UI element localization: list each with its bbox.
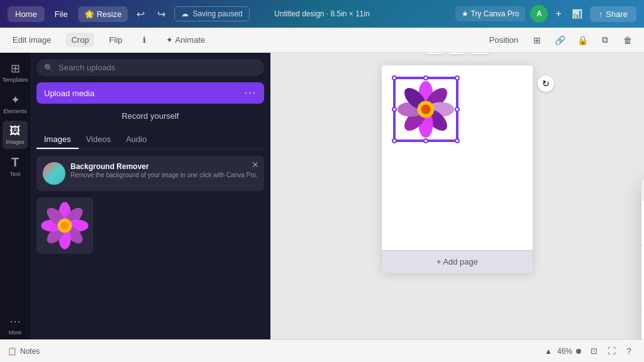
- zoom-dot[interactable]: [576, 349, 581, 354]
- add-team-button[interactable]: +: [553, 7, 564, 21]
- position-label: Position: [489, 35, 518, 45]
- page-view-button[interactable]: ⊡: [586, 344, 601, 359]
- position-button[interactable]: Position: [484, 33, 523, 47]
- edit-image-label: Edit image: [13, 35, 51, 45]
- file-menu[interactable]: File: [50, 6, 73, 22]
- handle-top-right[interactable]: [455, 75, 460, 80]
- more-icon: ⋯: [9, 314, 21, 328]
- bottom-icons: ⊡ ⛶ ?: [586, 344, 636, 359]
- sidebar-item-elements[interactable]: ✦ Elements: [3, 89, 28, 118]
- record-button[interactable]: Record yourself: [36, 107, 264, 124]
- avatar[interactable]: A: [530, 5, 548, 23]
- elements-icon: ✦: [11, 93, 20, 107]
- canvas-handle-bar: 🔒 ⧉ ⛶: [426, 53, 489, 54]
- resize-button[interactable]: 🌟 Resize: [78, 6, 128, 22]
- add-page-bar[interactable]: + Add page: [382, 250, 533, 273]
- sidebar: ⊞ Templates ✦ Elements 🖼 Images T Text ⋯…: [0, 53, 270, 339]
- cloud-icon: ☁: [181, 9, 189, 18]
- undo-button[interactable]: ↩: [133, 6, 148, 23]
- templates-icon: ⊞: [11, 62, 20, 75]
- bg-remover-close[interactable]: ✕: [252, 160, 259, 170]
- sidebar-item-text[interactable]: T Text: [3, 151, 28, 181]
- context-menu-delete[interactable]: 🗑 Delete DELETE: [641, 222, 644, 242]
- lock-button[interactable]: 🔒: [574, 31, 591, 49]
- home-button[interactable]: Home: [8, 6, 45, 22]
- crop-label: Crop: [71, 35, 89, 45]
- tab-audio[interactable]: Audio: [118, 131, 154, 149]
- search-box[interactable]: 🔍: [36, 59, 264, 76]
- notes-button[interactable]: 📋 Notes: [8, 347, 40, 356]
- document-title: Untitled design · 8.5in × 11in: [274, 9, 370, 18]
- edit-image-button[interactable]: Edit image: [8, 33, 56, 47]
- position-group: Position ⊞ 🔗 🔒 ⧉ 🗑: [484, 31, 636, 49]
- handle-mid-right[interactable]: [455, 107, 460, 112]
- bg-remover-text: Background Remover Remove the background…: [70, 162, 258, 179]
- delete-element-button[interactable]: 🗑: [619, 31, 636, 49]
- handle-mid-left[interactable]: [392, 107, 397, 112]
- more-label: More: [9, 329, 22, 336]
- handle-bot-right[interactable]: [455, 138, 460, 143]
- tab-images[interactable]: Images: [36, 131, 79, 149]
- context-menu-comment[interactable]: 💬 Comment: [641, 288, 644, 308]
- zoom-control: 46%: [557, 347, 581, 356]
- context-menu-animate[interactable]: ↻ Animate: [641, 268, 644, 288]
- sidebar-item-images[interactable]: 🖼 Images: [3, 121, 28, 149]
- context-menu: ⧉ Copy Ctrl+C 📋 Paste Ctrl+V 🗑 Delete: [641, 178, 644, 339]
- context-menu-copy[interactable]: ⧉ Copy Ctrl+C: [641, 181, 644, 202]
- analytics-button[interactable]: 📊: [569, 6, 585, 21]
- try-pro-label: Try Canva Pro: [471, 9, 519, 18]
- handle-top-left[interactable]: [392, 75, 397, 80]
- saving-status: ☁ Saving paused: [174, 6, 249, 21]
- context-menu-link[interactable]: 🔗 Link Ctrl+K: [641, 248, 644, 268]
- image-thumbnail[interactable]: [36, 197, 93, 254]
- crop-button[interactable]: Crop: [66, 33, 94, 47]
- redo-button[interactable]: ↪: [153, 6, 169, 23]
- sidebar-icons: ⊞ Templates ✦ Elements 🖼 Images T Text ⋯…: [0, 53, 30, 339]
- align-button[interactable]: ⊞: [528, 31, 546, 49]
- rotate-button[interactable]: ↻: [538, 75, 554, 92]
- lock-handle[interactable]: 🔒: [426, 53, 443, 54]
- context-menu-set-background[interactable]: Set Image as Background: [641, 314, 644, 339]
- help-button[interactable]: ?: [621, 344, 636, 359]
- elements-label: Elements: [3, 108, 27, 114]
- notes-icon: 📋: [8, 347, 17, 356]
- resize-emoji: 🌟: [84, 9, 94, 19]
- flower-preview: [40, 200, 90, 251]
- context-menu-paste[interactable]: 📋 Paste Ctrl+V: [641, 202, 644, 222]
- share-button[interactable]: ↑ Share: [590, 6, 636, 22]
- upload-media-button[interactable]: Upload media ···: [36, 82, 264, 104]
- sidebar-item-more[interactable]: ⋯ More: [3, 310, 28, 339]
- animate-label: Animate: [175, 35, 206, 45]
- bg-remover-desc: Remove the background of your image in o…: [70, 171, 258, 179]
- handle-bot-left[interactable]: [392, 138, 397, 143]
- canvas-area: 🔒 ⧉ ⛶: [270, 53, 644, 339]
- search-input[interactable]: [58, 63, 257, 72]
- sidebar-item-templates[interactable]: ⊞ Templates: [3, 58, 28, 87]
- info-button[interactable]: ℹ: [138, 33, 151, 47]
- flip-button[interactable]: Flip: [104, 33, 128, 47]
- expand-icon[interactable]: ▲: [545, 347, 552, 356]
- text-label: Text: [10, 171, 21, 177]
- svg-point-9: [61, 222, 69, 230]
- search-icon: 🔍: [44, 63, 53, 72]
- copy-element-button[interactable]: ⧉: [596, 31, 614, 49]
- link-button[interactable]: 🔗: [551, 31, 569, 49]
- info-icon: ℹ: [143, 35, 146, 45]
- resize-label: Resize: [97, 9, 122, 19]
- tab-videos[interactable]: Videos: [79, 131, 119, 149]
- selection-handles: [393, 77, 458, 142]
- media-tabs: Images Videos Audio: [36, 131, 264, 150]
- bg-remover-title: Background Remover: [70, 162, 258, 171]
- handle-top-mid[interactable]: [423, 75, 428, 80]
- zoom-value[interactable]: 46%: [557, 347, 572, 356]
- handle-bot-mid[interactable]: [423, 138, 428, 143]
- fullscreen-button[interactable]: ⛶: [604, 344, 619, 359]
- upload-label: Upload media: [44, 89, 94, 98]
- animate-sparkle-icon: ✦: [166, 35, 173, 45]
- expand-handle[interactable]: ⛶: [471, 53, 489, 54]
- copy-handle[interactable]: ⧉: [448, 53, 466, 54]
- bg-remover-icon: [43, 162, 65, 185]
- animate-button[interactable]: ✦ Animate: [161, 33, 211, 47]
- try-pro-button[interactable]: ★ Try Canva Pro: [455, 6, 526, 21]
- images-icon: 🖼: [9, 124, 21, 138]
